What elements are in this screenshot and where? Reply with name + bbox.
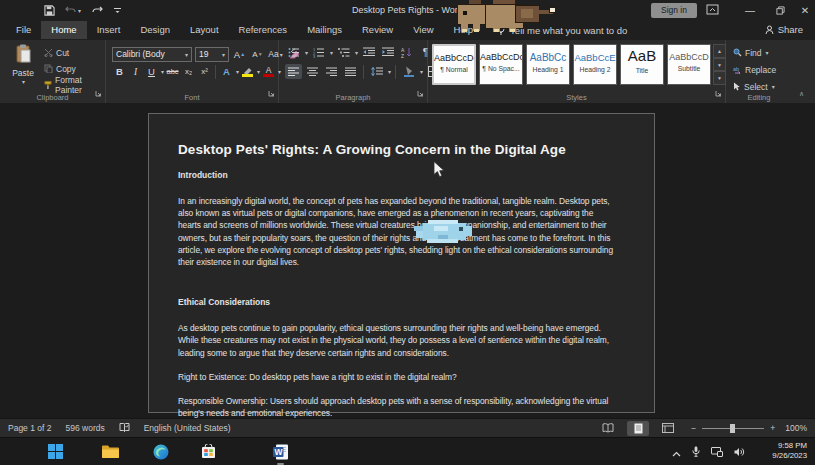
multilevel-list-button[interactable] xyxy=(335,45,352,60)
close-button[interactable]: ✕ xyxy=(790,0,815,20)
paste-dropdown[interactable]: ▾ xyxy=(9,78,38,85)
tab-design[interactable]: Design xyxy=(130,21,180,39)
tray-chevron-icon[interactable] xyxy=(672,443,681,461)
replace-button[interactable]: ab Replace xyxy=(733,63,776,76)
undo-icon[interactable]: ▾ xyxy=(65,5,81,15)
zoom-in-button[interactable]: + xyxy=(770,423,775,433)
file-explorer-icon[interactable] xyxy=(100,441,121,462)
customize-qat-icon[interactable] xyxy=(113,6,122,15)
highlight-dropdown[interactable]: ▾ xyxy=(257,68,260,75)
save-icon[interactable] xyxy=(44,5,55,16)
styles-group: AaBbCcDc ¶ Normal AaBbCcDc ¶ No Spac... … xyxy=(428,40,726,103)
styles-scroll-down[interactable]: ▼ xyxy=(713,58,726,72)
multilevel-dropdown[interactable]: ▾ xyxy=(355,49,358,56)
italic-button[interactable]: I xyxy=(128,64,143,79)
strikethrough-button[interactable]: abc xyxy=(165,64,180,79)
clipboard-dialog-launcher[interactable] xyxy=(95,83,102,101)
fish-pet-sprite[interactable] xyxy=(414,219,478,244)
underline-button[interactable]: U xyxy=(144,64,159,79)
document-page[interactable]: Desktop Pets' Rights: A Growing Concern … xyxy=(148,113,655,413)
shading-button[interactable] xyxy=(400,64,417,79)
shading-dropdown[interactable]: ▾ xyxy=(420,68,423,75)
tab-review[interactable]: Review xyxy=(352,21,403,39)
section-heading-ethical: Ethical Considerations xyxy=(178,297,616,307)
sign-in-button[interactable]: Sign in xyxy=(651,3,697,18)
subscript-button[interactable]: x₂ xyxy=(181,64,196,79)
word-taskbar-icon[interactable]: W xyxy=(270,441,291,462)
zoom-slider-handle[interactable] xyxy=(730,424,735,433)
superscript-button[interactable]: x² xyxy=(197,64,212,79)
tab-insert[interactable]: Insert xyxy=(87,21,131,39)
select-button[interactable]: Select▾ xyxy=(733,80,776,93)
edge-browser-icon[interactable] xyxy=(150,441,171,462)
align-center-button[interactable] xyxy=(304,64,321,79)
find-button[interactable]: Find▾ xyxy=(733,46,776,59)
style-no-spacing[interactable]: AaBbCcDc ¶ No Spac... xyxy=(479,44,523,85)
text-effects-dropdown[interactable]: ▾ xyxy=(236,68,239,75)
start-button[interactable] xyxy=(45,441,66,462)
style-normal[interactable]: AaBbCcDc ¶ Normal xyxy=(432,44,476,85)
copy-button[interactable]: Copy xyxy=(44,62,105,75)
increase-indent-button[interactable] xyxy=(379,45,396,60)
language-indicator[interactable]: English (United States) xyxy=(144,423,231,433)
align-right-button[interactable] xyxy=(323,64,340,79)
styles-scroll-up[interactable]: ▲ xyxy=(713,44,726,58)
line-spacing-dropdown[interactable]: ▾ xyxy=(388,68,391,75)
ribbon-display-options-icon[interactable] xyxy=(706,4,719,17)
microphone-icon[interactable] xyxy=(692,443,700,461)
speaker-icon[interactable] xyxy=(734,443,745,461)
decrease-indent-button[interactable] xyxy=(360,45,377,60)
page-indicator[interactable]: Page 1 of 2 xyxy=(8,423,51,433)
font-dialog-launcher[interactable] xyxy=(268,83,275,101)
microsoft-store-icon[interactable] xyxy=(198,441,219,462)
underline-dropdown[interactable]: ▾ xyxy=(161,68,164,75)
highlight-button[interactable] xyxy=(240,64,255,79)
read-mode-button[interactable] xyxy=(597,421,619,436)
line-spacing-button[interactable] xyxy=(368,64,385,79)
font-color-button[interactable]: A xyxy=(261,64,276,79)
minimize-button[interactable]: — xyxy=(735,0,765,20)
numbering-button[interactable]: 123 xyxy=(310,45,327,60)
rat-pet-sprite[interactable] xyxy=(453,0,557,32)
tab-references[interactable]: References xyxy=(229,21,298,39)
shrink-font-button[interactable]: A▼ xyxy=(250,47,265,62)
styles-dialog-launcher[interactable] xyxy=(715,83,722,101)
tab-home[interactable]: Home xyxy=(41,21,86,39)
style-title[interactable]: AaB Title xyxy=(620,44,664,85)
sort-button[interactable]: AZ xyxy=(398,45,415,60)
paragraph-dialog-launcher[interactable] xyxy=(417,83,424,101)
font-family-select[interactable]: Calibri (Body▾ xyxy=(112,47,192,62)
grow-font-button[interactable]: A▲ xyxy=(232,47,247,62)
tab-view[interactable]: View xyxy=(403,21,443,39)
paste-button[interactable]: Paste ▾ xyxy=(8,44,38,85)
zoom-level[interactable]: 100% xyxy=(785,423,807,433)
cut-button[interactable]: Cut xyxy=(44,46,105,59)
share-button[interactable]: Share xyxy=(765,24,803,35)
taskbar-clock[interactable]: 9:58 PM 9/26/2023 xyxy=(772,441,807,461)
tab-layout[interactable]: Layout xyxy=(180,21,229,39)
bullets-dropdown[interactable]: ▾ xyxy=(305,49,308,56)
style-heading2[interactable]: AaBbCcE Heading 2 xyxy=(573,44,617,85)
select-arrow-icon xyxy=(733,82,741,91)
proofing-icon[interactable] xyxy=(119,422,130,435)
network-icon[interactable] xyxy=(711,443,723,461)
font-size-select[interactable]: 19▾ xyxy=(195,47,229,62)
zoom-slider[interactable] xyxy=(702,428,764,429)
style-heading1[interactable]: AaBbCс Heading 1 xyxy=(526,44,570,85)
style-subtitle[interactable]: AaBbCcD Subtitle xyxy=(667,44,711,85)
word-count[interactable]: 596 words xyxy=(65,423,104,433)
text-effects-button[interactable]: A xyxy=(219,64,234,79)
bullets-button[interactable] xyxy=(285,45,302,60)
bold-button[interactable]: B xyxy=(112,64,127,79)
align-left-button[interactable] xyxy=(285,64,302,79)
numbering-dropdown[interactable]: ▾ xyxy=(330,49,333,56)
clipboard-group-label: Clipboard xyxy=(0,93,105,102)
zoom-out-button[interactable]: − xyxy=(691,423,696,433)
tab-file[interactable]: File xyxy=(6,21,41,39)
justify-button[interactable] xyxy=(342,64,359,79)
redo-icon[interactable] xyxy=(91,5,103,15)
print-layout-button[interactable] xyxy=(627,421,649,436)
collapse-ribbon-icon[interactable]: ∧ xyxy=(799,90,804,98)
tab-mailings[interactable]: Mailings xyxy=(297,21,352,39)
web-layout-button[interactable] xyxy=(657,421,679,436)
